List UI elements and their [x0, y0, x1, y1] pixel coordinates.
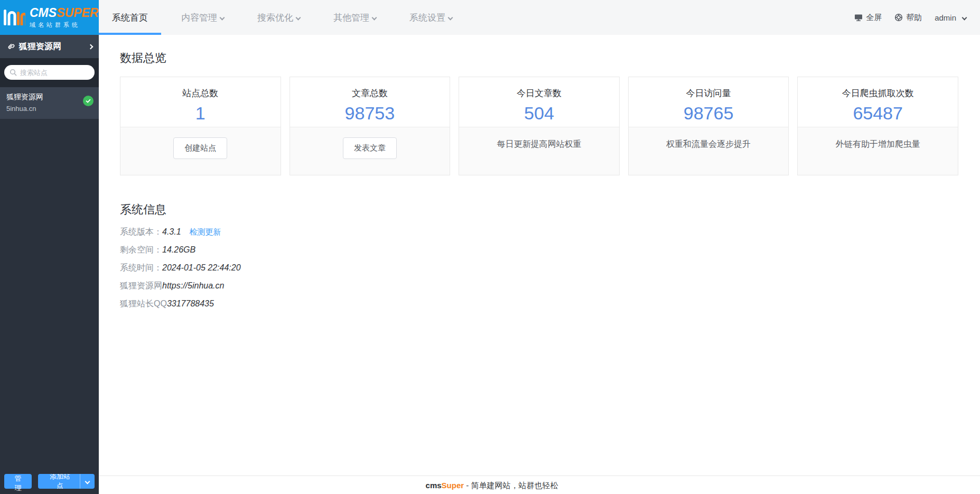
- topbar: 系统首页 内容管理 搜索优化 其他管理 系统设置: [99, 0, 980, 35]
- link-icon: [6, 42, 15, 51]
- green-check-icon: [83, 96, 94, 106]
- info-value: https://5inhua.cn: [162, 281, 224, 291]
- brand-super: SUPER: [57, 6, 98, 20]
- card-footer-text: 外链有助于增加爬虫量: [798, 139, 958, 150]
- nav-tab-label: 内容管理: [181, 12, 217, 24]
- chevron-down-icon: [296, 15, 301, 20]
- card-label: 今日爬虫抓取次数: [798, 87, 958, 99]
- monitor-icon: [854, 14, 863, 22]
- sidebar: CMSSUPER 域名站群系统 狐狸资源网: [0, 0, 99, 494]
- current-site-name: 狐狸资源网: [19, 41, 89, 52]
- info-label: 系统版本：: [120, 227, 162, 238]
- nav-tab-label: 搜索优化: [257, 12, 293, 24]
- nav-tab-label: 系统首页: [112, 12, 148, 24]
- card-label: 今日访问量: [629, 87, 789, 99]
- stat-card-articles: 文章总数 98753 发表文章: [290, 77, 451, 175]
- info-label: 狐狸资源网: [120, 281, 162, 292]
- help-icon: [894, 13, 903, 22]
- brand-name: CMSSUPER 域名站群系统: [30, 7, 98, 28]
- chevron-down-icon: [372, 15, 377, 20]
- nav-tab-other[interactable]: 其他管理: [320, 0, 389, 35]
- brand-subtitle: 域名站群系统: [30, 22, 98, 28]
- manage-button[interactable]: 管理: [4, 474, 32, 489]
- help-button[interactable]: 帮助: [894, 13, 922, 23]
- page-footer: cmsSuper - 简单建网站，站群也轻松: [99, 476, 980, 494]
- username: admin: [935, 13, 956, 22]
- info-label: 狐狸站长QQ: [120, 299, 167, 310]
- stat-card-crawler: 今日爬虫抓取次数 65487 外链有助于增加爬虫量: [797, 77, 958, 175]
- current-site-header[interactable]: 狐狸资源网: [0, 35, 99, 58]
- site-search-input[interactable]: [4, 65, 95, 80]
- search-icon: [9, 68, 17, 77]
- stat-cards: 站点总数 1 创建站点 文章总数 98753 发表文章: [120, 77, 958, 175]
- card-label: 今日文章数: [459, 87, 619, 99]
- publish-article-button[interactable]: 发表文章: [343, 137, 397, 159]
- card-value: 1: [120, 103, 281, 124]
- nav-tab-seo[interactable]: 搜索优化: [244, 0, 313, 35]
- create-site-button[interactable]: 创建站点: [173, 137, 227, 159]
- system-info-list: 系统版本： 4.3.1 检测更新 剩余空间： 14.26GB 系统时间： 202…: [120, 227, 958, 310]
- site-item-domain: 5inhua.cn: [6, 105, 92, 113]
- help-label: 帮助: [906, 13, 922, 23]
- fullscreen-label: 全屏: [866, 13, 882, 23]
- info-value: 4.3.1: [162, 227, 181, 237]
- main-area: 系统首页 内容管理 搜索优化 其他管理 系统设置: [99, 0, 980, 494]
- chevron-right-icon: [88, 44, 94, 49]
- footer-tagline: - 简单建网站，站群也轻松: [464, 481, 558, 490]
- chevron-down-icon: [962, 15, 967, 20]
- info-row-disk: 剩余空间： 14.26GB: [120, 245, 958, 256]
- info-row-qq: 狐狸站长QQ 3317788435: [120, 299, 958, 310]
- info-label: 剩余空间：: [120, 245, 162, 256]
- nav-tab-content[interactable]: 内容管理: [168, 0, 237, 35]
- nav-tab-settings[interactable]: 系统设置: [396, 0, 465, 35]
- sidebar-spacer: [0, 119, 99, 474]
- chevron-down-icon: [448, 15, 453, 20]
- page-content: 数据总览 站点总数 1 创建站点 文章总数 98753: [99, 35, 980, 476]
- overview-title: 数据总览: [120, 50, 958, 66]
- nav-tab-home[interactable]: 系统首页: [99, 0, 161, 35]
- info-value: 2024-01-05 22:44:20: [162, 263, 241, 273]
- stat-card-today-visits: 今日访问量 98765 权重和流量会逐步提升: [628, 77, 789, 175]
- stat-card-sites: 站点总数 1 创建站点: [120, 77, 281, 175]
- stat-card-today-articles: 今日文章数 504 每日更新提高网站权重: [459, 77, 620, 175]
- card-value: 98765: [629, 103, 789, 124]
- card-label: 站点总数: [120, 87, 281, 99]
- info-row-site-url: 狐狸资源网 https://5inhua.cn: [120, 281, 958, 292]
- user-menu[interactable]: admin: [935, 13, 966, 22]
- check-update-link[interactable]: 检测更新: [190, 227, 221, 237]
- info-row-version: 系统版本： 4.3.1 检测更新: [120, 227, 958, 238]
- system-info-title: 系统信息: [120, 202, 958, 218]
- info-row-time: 系统时间： 2024-01-05 22:44:20: [120, 263, 958, 274]
- footer-brand-super: Super: [442, 481, 464, 490]
- fullscreen-button[interactable]: 全屏: [854, 13, 882, 23]
- top-navigation: 系统首页 内容管理 搜索优化 其他管理 系统设置: [99, 0, 472, 35]
- brand-logo[interactable]: CMSSUPER 域名站群系统: [0, 0, 99, 35]
- card-value: 98753: [290, 103, 450, 124]
- footer-brand-cms: cms: [426, 481, 442, 490]
- brand-cms: CMS: [30, 6, 57, 20]
- system-info-section: 系统信息 系统版本： 4.3.1 检测更新 剩余空间： 14.26GB 系统时间…: [120, 202, 958, 310]
- card-label: 文章总数: [290, 87, 450, 99]
- soundbars-logo-icon: [3, 6, 25, 29]
- info-label: 系统时间：: [120, 263, 162, 274]
- app-window: CMSSUPER 域名站群系统 狐狸资源网: [0, 0, 980, 494]
- nav-tab-label: 系统设置: [409, 12, 445, 24]
- site-item-name: 狐狸资源网: [6, 92, 92, 102]
- nav-tab-label: 其他管理: [333, 12, 369, 24]
- info-value: 14.26GB: [162, 245, 195, 255]
- card-value: 65487: [798, 103, 958, 124]
- site-search-section: [0, 58, 99, 87]
- card-value: 504: [459, 103, 619, 124]
- card-footer-text: 每日更新提高网站权重: [459, 139, 619, 150]
- site-list-item[interactable]: 狐狸资源网 5inhua.cn: [0, 87, 99, 119]
- chevron-down-icon: [220, 15, 225, 20]
- topbar-right: 全屏 帮助 admin: [854, 0, 980, 35]
- card-footer-text: 权重和流量会逐步提升: [629, 139, 789, 150]
- info-value: 3317788435: [167, 299, 214, 309]
